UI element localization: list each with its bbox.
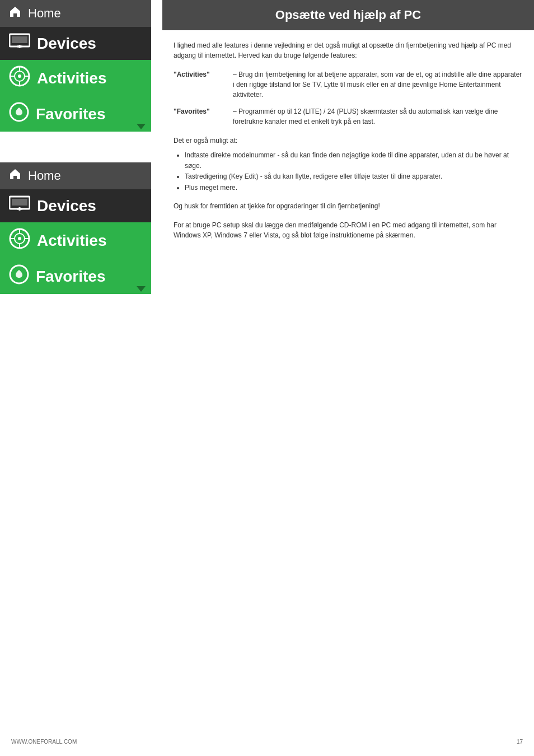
feature-row-favorites: "Favorites" – Programmér op til 12 (LITE… xyxy=(174,106,523,127)
feature-key-favorites: "Favorites" xyxy=(174,106,224,116)
sidebar-item-activities[interactable]: Activities xyxy=(0,60,151,96)
devices-icon xyxy=(9,32,30,54)
sidebar-item-favorites[interactable]: Favorites xyxy=(0,96,151,132)
sidebar-favorites-label: Favorites xyxy=(36,105,106,123)
bullet-list: Indtaste direkte modelnummer - så du kan… xyxy=(182,150,523,193)
feature-val-activities: – Brug din fjernbetjening for at betjene… xyxy=(233,69,523,100)
feature-key-activities: "Activities" xyxy=(174,69,224,80)
bullet-item-2: Tastredigering (Key Edit) - så du kan fl… xyxy=(185,171,523,182)
bullet-item-1: Indtaste direkte modelnummer - så du kan… xyxy=(185,150,523,171)
svg-point-11 xyxy=(18,74,21,78)
sidebar-home-label: Home xyxy=(28,6,61,21)
sidebar-bottom-activities-label: Activities xyxy=(37,232,107,250)
sidebar-bottom-item-activities[interactable]: Activities xyxy=(0,222,151,259)
sidebar-item-devices[interactable]: Devices xyxy=(0,27,151,60)
reminder-text: Og husk for fremtiden at tjekke for opgr… xyxy=(174,201,523,211)
footer-page-number: 17 xyxy=(517,739,523,745)
svg-rect-15 xyxy=(12,199,27,206)
sidebar-devices-label: Devices xyxy=(37,35,96,53)
feature-row-activities: "Activities" – Brug din fjernbetjening f… xyxy=(174,69,523,100)
scroll-arrow-down xyxy=(137,124,146,129)
sidebar-bottom-item-home[interactable]: Home xyxy=(0,162,151,189)
sidebar-top: Home Devices Activities xyxy=(0,0,151,132)
sidebar-activities-label: Activities xyxy=(37,69,107,87)
home-icon-2 xyxy=(9,168,21,184)
features-table: "Activities" – Brug din fjernbetjening f… xyxy=(174,69,523,127)
svg-marker-0 xyxy=(10,7,20,17)
sidebar-item-home[interactable]: Home xyxy=(0,0,151,27)
sidebar-bottom: Home Devices Activities xyxy=(0,162,151,294)
favorites-icon-2 xyxy=(9,264,29,288)
scroll-arrow-down-2 xyxy=(137,286,146,292)
sidebar-bottom-home-label: Home xyxy=(28,169,61,183)
footer-website: WWW.ONEFORALL.COM xyxy=(11,739,77,745)
svg-marker-13 xyxy=(10,169,20,179)
home-icon xyxy=(9,6,21,21)
pc-setup-text: For at bruge PC setup skal du lægge den … xyxy=(174,220,523,240)
footer: WWW.ONEFORALL.COM 17 xyxy=(0,739,534,745)
intro-paragraph: I lighed med alle features i denne vejle… xyxy=(174,40,523,60)
favorites-icon xyxy=(9,102,29,126)
sidebar-bottom-item-favorites[interactable]: Favorites xyxy=(0,259,151,294)
activities-icon xyxy=(9,66,30,91)
body-text: I lighed med alle features i denne vejle… xyxy=(162,40,534,240)
sidebar-bottom-favorites-label: Favorites xyxy=(36,268,106,286)
page-title: Opsætte ved hjælp af PC xyxy=(162,0,534,30)
svg-point-24 xyxy=(18,237,21,240)
bullet-item-3: Plus meget mere. xyxy=(185,183,523,193)
devices-icon-2 xyxy=(9,195,30,217)
feature-val-favorites: – Programmér op til 12 (LITE) / 24 (PLUS… xyxy=(233,106,523,127)
activities-icon-2 xyxy=(9,228,30,253)
main-content: Opsætte ved hjælp af PC I lighed med all… xyxy=(162,0,534,249)
svg-rect-2 xyxy=(12,36,27,43)
also-possible-label: Det er også muligt at: xyxy=(174,136,523,146)
sidebar-bottom-item-devices[interactable]: Devices xyxy=(0,189,151,222)
sidebar-bottom-devices-label: Devices xyxy=(37,197,96,215)
